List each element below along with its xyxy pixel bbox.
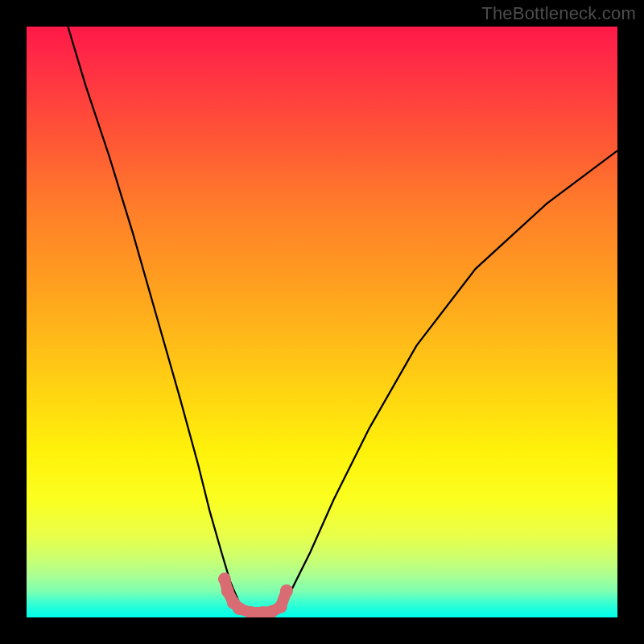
watermark-text: TheBottleneck.com	[481, 3, 636, 24]
curve-layer	[27, 27, 617, 617]
bottleneck-curve	[68, 27, 617, 613]
marker-dot	[221, 584, 234, 597]
marker-dot	[280, 584, 293, 597]
marker-dot	[218, 572, 231, 585]
marker-dot	[233, 602, 246, 615]
chart-frame: TheBottleneck.com	[0, 0, 644, 644]
plot-area	[27, 27, 617, 617]
marker-group	[218, 572, 293, 617]
marker-dot	[275, 601, 287, 613]
